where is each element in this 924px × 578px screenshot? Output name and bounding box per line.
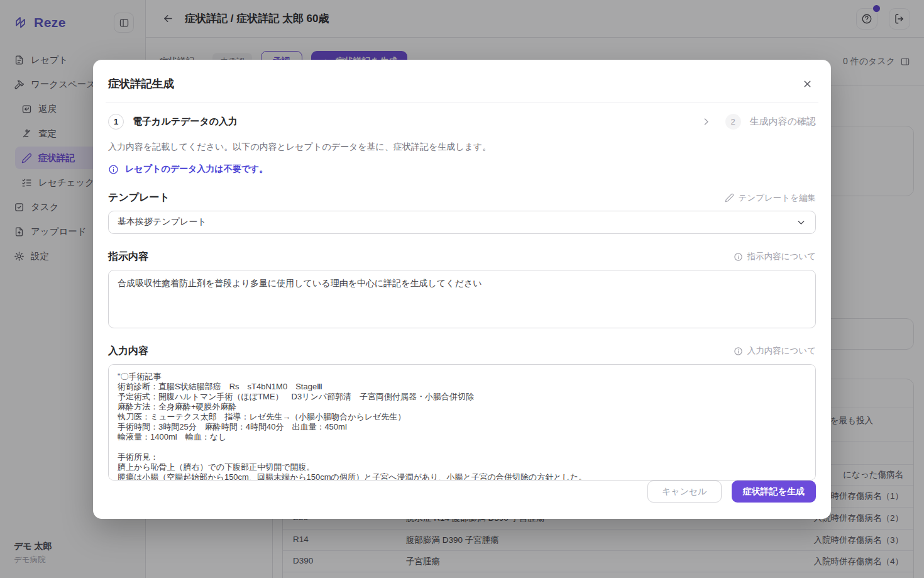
info-icon <box>734 347 743 356</box>
submit-generate-button[interactable]: 症状詳記を生成 <box>732 481 816 503</box>
template-select[interactable]: 基本挨拶テンプレート <box>108 211 816 234</box>
modal-footer: キャンセル 症状詳記を生成 <box>93 481 831 519</box>
symptom-generation-modal: 症状詳記生成 1 電子カルテデータの入力 2 生成内容の確認 入力内容を記載して… <box>93 60 831 519</box>
input-heading: 入力内容 <box>108 345 148 358</box>
step-1-label: 電子カルテデータの入力 <box>133 116 238 128</box>
close-icon <box>802 79 813 89</box>
template-selected-value: 基本挨拶テンプレート <box>118 216 207 228</box>
pencil-icon <box>725 193 734 203</box>
instruction-textarea[interactable]: 合成吸収性癒着防止剤を普段より多量に使用している理由を中心に詳記を生成してくださ… <box>108 270 816 328</box>
instruction-help-link[interactable]: 指示内容について <box>734 251 816 262</box>
modal-title: 症状詳記生成 <box>108 76 174 91</box>
close-button[interactable] <box>798 75 816 92</box>
step-2-label: 生成内容の確認 <box>750 116 816 128</box>
step-2: 2 生成内容の確認 <box>725 114 816 130</box>
modal-description: 入力内容を記載してください。以下の内容とレセプトのデータを基に、症状詳記を生成し… <box>108 142 816 153</box>
chevron-down-icon <box>796 217 806 228</box>
chevron-right-icon <box>701 116 712 127</box>
app-screen: Reze レセプト ワークスペース 返戻 査 <box>0 0 924 578</box>
input-help-link[interactable]: 入力内容について <box>734 345 816 357</box>
instruction-heading: 指示内容 <box>108 250 148 264</box>
instruction-section-header: 指示内容 指示内容について <box>108 250 816 264</box>
edit-template-link[interactable]: テンプレートを編集 <box>725 192 816 204</box>
step-2-badge: 2 <box>725 114 741 130</box>
input-help-label: 入力内容について <box>747 345 816 357</box>
cancel-button[interactable]: キャンセル <box>647 481 722 503</box>
info-icon <box>734 252 743 262</box>
step-1: 1 電子カルテデータの入力 <box>108 114 701 130</box>
input-textarea[interactable]: "〇手術記事 術前診断：直腸S状結腸部癌 Rs sT4bN1M0 StageⅢ … <box>108 364 816 481</box>
template-heading: テンプレート <box>108 191 170 204</box>
modal-notice: レセプトのデータ入力は不要です。 <box>108 164 816 175</box>
template-section-header: テンプレート テンプレートを編集 <box>108 191 816 204</box>
modal-notice-text: レセプトのデータ入力は不要です。 <box>125 164 268 175</box>
stepper: 1 電子カルテデータの入力 2 生成内容の確認 <box>93 103 831 130</box>
modal-header: 症状詳記生成 <box>93 60 831 103</box>
instruction-help-label: 指示内容について <box>747 251 816 262</box>
info-icon <box>108 164 119 175</box>
input-section-header: 入力内容 入力内容について <box>108 345 816 358</box>
step-1-badge: 1 <box>108 114 124 130</box>
edit-template-label: テンプレートを編集 <box>739 192 816 204</box>
